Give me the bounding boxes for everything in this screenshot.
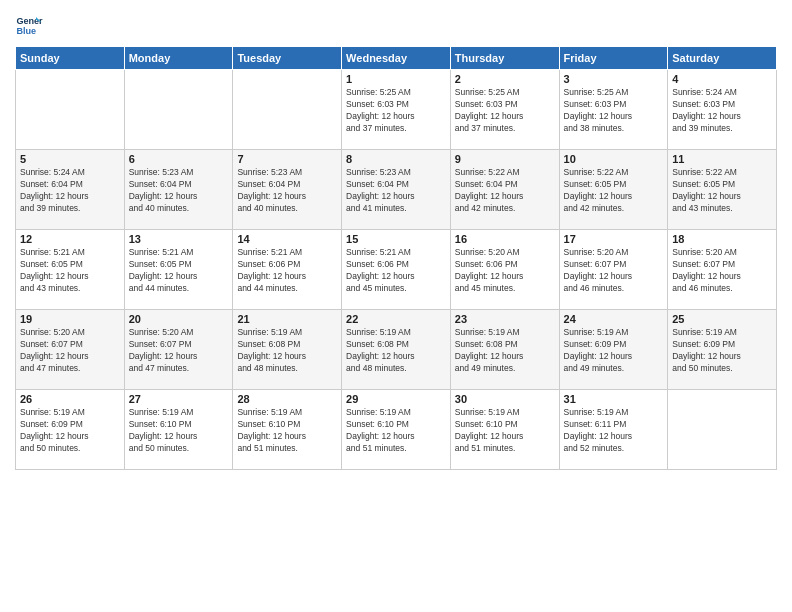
calendar-cell: 27Sunrise: 5:19 AM Sunset: 6:10 PM Dayli… bbox=[124, 390, 233, 470]
header-day-saturday: Saturday bbox=[668, 47, 777, 70]
calendar-cell bbox=[16, 70, 125, 150]
calendar-cell: 20Sunrise: 5:20 AM Sunset: 6:07 PM Dayli… bbox=[124, 310, 233, 390]
day-number: 4 bbox=[672, 73, 772, 85]
calendar-cell bbox=[668, 390, 777, 470]
day-info: Sunrise: 5:19 AM Sunset: 6:10 PM Dayligh… bbox=[129, 407, 229, 455]
svg-text:Blue: Blue bbox=[16, 26, 36, 36]
day-info: Sunrise: 5:23 AM Sunset: 6:04 PM Dayligh… bbox=[237, 167, 337, 215]
day-number: 2 bbox=[455, 73, 555, 85]
calendar-cell: 23Sunrise: 5:19 AM Sunset: 6:08 PM Dayli… bbox=[450, 310, 559, 390]
day-number: 22 bbox=[346, 313, 446, 325]
day-info: Sunrise: 5:21 AM Sunset: 6:05 PM Dayligh… bbox=[129, 247, 229, 295]
calendar-cell: 25Sunrise: 5:19 AM Sunset: 6:09 PM Dayli… bbox=[668, 310, 777, 390]
calendar-cell: 19Sunrise: 5:20 AM Sunset: 6:07 PM Dayli… bbox=[16, 310, 125, 390]
calendar-cell bbox=[124, 70, 233, 150]
day-info: Sunrise: 5:19 AM Sunset: 6:10 PM Dayligh… bbox=[237, 407, 337, 455]
day-number: 6 bbox=[129, 153, 229, 165]
calendar-table: SundayMondayTuesdayWednesdayThursdayFrid… bbox=[15, 46, 777, 470]
day-info: Sunrise: 5:23 AM Sunset: 6:04 PM Dayligh… bbox=[129, 167, 229, 215]
day-info: Sunrise: 5:19 AM Sunset: 6:11 PM Dayligh… bbox=[564, 407, 664, 455]
day-info: Sunrise: 5:21 AM Sunset: 6:06 PM Dayligh… bbox=[346, 247, 446, 295]
calendar-body: 1Sunrise: 5:25 AM Sunset: 6:03 PM Daylig… bbox=[16, 70, 777, 470]
day-info: Sunrise: 5:24 AM Sunset: 6:04 PM Dayligh… bbox=[20, 167, 120, 215]
day-info: Sunrise: 5:19 AM Sunset: 6:08 PM Dayligh… bbox=[455, 327, 555, 375]
day-info: Sunrise: 5:25 AM Sunset: 6:03 PM Dayligh… bbox=[346, 87, 446, 135]
day-number: 15 bbox=[346, 233, 446, 245]
day-info: Sunrise: 5:20 AM Sunset: 6:07 PM Dayligh… bbox=[564, 247, 664, 295]
calendar-cell: 21Sunrise: 5:19 AM Sunset: 6:08 PM Dayli… bbox=[233, 310, 342, 390]
day-number: 10 bbox=[564, 153, 664, 165]
day-number: 7 bbox=[237, 153, 337, 165]
day-number: 12 bbox=[20, 233, 120, 245]
day-number: 14 bbox=[237, 233, 337, 245]
day-number: 5 bbox=[20, 153, 120, 165]
day-number: 30 bbox=[455, 393, 555, 405]
day-info: Sunrise: 5:24 AM Sunset: 6:03 PM Dayligh… bbox=[672, 87, 772, 135]
calendar-cell: 11Sunrise: 5:22 AM Sunset: 6:05 PM Dayli… bbox=[668, 150, 777, 230]
header-day-monday: Monday bbox=[124, 47, 233, 70]
day-info: Sunrise: 5:19 AM Sunset: 6:09 PM Dayligh… bbox=[672, 327, 772, 375]
calendar-cell bbox=[233, 70, 342, 150]
calendar-page: General Blue SundayMondayTuesdayWednesda… bbox=[0, 0, 792, 612]
calendar-cell: 15Sunrise: 5:21 AM Sunset: 6:06 PM Dayli… bbox=[342, 230, 451, 310]
day-number: 1 bbox=[346, 73, 446, 85]
header-day-sunday: Sunday bbox=[16, 47, 125, 70]
day-number: 27 bbox=[129, 393, 229, 405]
week-row-1: 1Sunrise: 5:25 AM Sunset: 6:03 PM Daylig… bbox=[16, 70, 777, 150]
day-info: Sunrise: 5:19 AM Sunset: 6:08 PM Dayligh… bbox=[237, 327, 337, 375]
calendar-cell: 14Sunrise: 5:21 AM Sunset: 6:06 PM Dayli… bbox=[233, 230, 342, 310]
calendar-cell: 13Sunrise: 5:21 AM Sunset: 6:05 PM Dayli… bbox=[124, 230, 233, 310]
calendar-cell: 16Sunrise: 5:20 AM Sunset: 6:06 PM Dayli… bbox=[450, 230, 559, 310]
day-number: 24 bbox=[564, 313, 664, 325]
day-info: Sunrise: 5:20 AM Sunset: 6:07 PM Dayligh… bbox=[129, 327, 229, 375]
calendar-cell: 5Sunrise: 5:24 AM Sunset: 6:04 PM Daylig… bbox=[16, 150, 125, 230]
day-number: 20 bbox=[129, 313, 229, 325]
week-row-3: 12Sunrise: 5:21 AM Sunset: 6:05 PM Dayli… bbox=[16, 230, 777, 310]
day-number: 25 bbox=[672, 313, 772, 325]
week-row-5: 26Sunrise: 5:19 AM Sunset: 6:09 PM Dayli… bbox=[16, 390, 777, 470]
header-day-thursday: Thursday bbox=[450, 47, 559, 70]
calendar-cell: 24Sunrise: 5:19 AM Sunset: 6:09 PM Dayli… bbox=[559, 310, 668, 390]
day-number: 29 bbox=[346, 393, 446, 405]
day-number: 8 bbox=[346, 153, 446, 165]
calendar-cell: 4Sunrise: 5:24 AM Sunset: 6:03 PM Daylig… bbox=[668, 70, 777, 150]
day-info: Sunrise: 5:19 AM Sunset: 6:10 PM Dayligh… bbox=[455, 407, 555, 455]
day-info: Sunrise: 5:21 AM Sunset: 6:06 PM Dayligh… bbox=[237, 247, 337, 295]
calendar-cell: 1Sunrise: 5:25 AM Sunset: 6:03 PM Daylig… bbox=[342, 70, 451, 150]
day-info: Sunrise: 5:22 AM Sunset: 6:04 PM Dayligh… bbox=[455, 167, 555, 215]
logo: General Blue bbox=[15, 10, 47, 38]
calendar-cell: 9Sunrise: 5:22 AM Sunset: 6:04 PM Daylig… bbox=[450, 150, 559, 230]
calendar-cell: 17Sunrise: 5:20 AM Sunset: 6:07 PM Dayli… bbox=[559, 230, 668, 310]
day-number: 19 bbox=[20, 313, 120, 325]
header-day-tuesday: Tuesday bbox=[233, 47, 342, 70]
week-row-4: 19Sunrise: 5:20 AM Sunset: 6:07 PM Dayli… bbox=[16, 310, 777, 390]
header-day-wednesday: Wednesday bbox=[342, 47, 451, 70]
day-number: 16 bbox=[455, 233, 555, 245]
calendar-cell: 30Sunrise: 5:19 AM Sunset: 6:10 PM Dayli… bbox=[450, 390, 559, 470]
day-number: 18 bbox=[672, 233, 772, 245]
calendar-cell: 6Sunrise: 5:23 AM Sunset: 6:04 PM Daylig… bbox=[124, 150, 233, 230]
day-number: 21 bbox=[237, 313, 337, 325]
calendar-cell: 29Sunrise: 5:19 AM Sunset: 6:10 PM Dayli… bbox=[342, 390, 451, 470]
day-info: Sunrise: 5:25 AM Sunset: 6:03 PM Dayligh… bbox=[564, 87, 664, 135]
logo-icon: General Blue bbox=[15, 10, 43, 38]
day-info: Sunrise: 5:19 AM Sunset: 6:10 PM Dayligh… bbox=[346, 407, 446, 455]
calendar-cell: 18Sunrise: 5:20 AM Sunset: 6:07 PM Dayli… bbox=[668, 230, 777, 310]
header: General Blue bbox=[15, 10, 777, 38]
day-info: Sunrise: 5:21 AM Sunset: 6:05 PM Dayligh… bbox=[20, 247, 120, 295]
calendar-cell: 3Sunrise: 5:25 AM Sunset: 6:03 PM Daylig… bbox=[559, 70, 668, 150]
day-info: Sunrise: 5:23 AM Sunset: 6:04 PM Dayligh… bbox=[346, 167, 446, 215]
calendar-cell: 31Sunrise: 5:19 AM Sunset: 6:11 PM Dayli… bbox=[559, 390, 668, 470]
calendar-cell: 12Sunrise: 5:21 AM Sunset: 6:05 PM Dayli… bbox=[16, 230, 125, 310]
header-row: SundayMondayTuesdayWednesdayThursdayFrid… bbox=[16, 47, 777, 70]
day-info: Sunrise: 5:22 AM Sunset: 6:05 PM Dayligh… bbox=[672, 167, 772, 215]
day-number: 3 bbox=[564, 73, 664, 85]
day-info: Sunrise: 5:19 AM Sunset: 6:09 PM Dayligh… bbox=[564, 327, 664, 375]
calendar-cell: 8Sunrise: 5:23 AM Sunset: 6:04 PM Daylig… bbox=[342, 150, 451, 230]
day-number: 9 bbox=[455, 153, 555, 165]
day-number: 23 bbox=[455, 313, 555, 325]
day-info: Sunrise: 5:25 AM Sunset: 6:03 PM Dayligh… bbox=[455, 87, 555, 135]
day-number: 28 bbox=[237, 393, 337, 405]
day-number: 11 bbox=[672, 153, 772, 165]
day-number: 31 bbox=[564, 393, 664, 405]
